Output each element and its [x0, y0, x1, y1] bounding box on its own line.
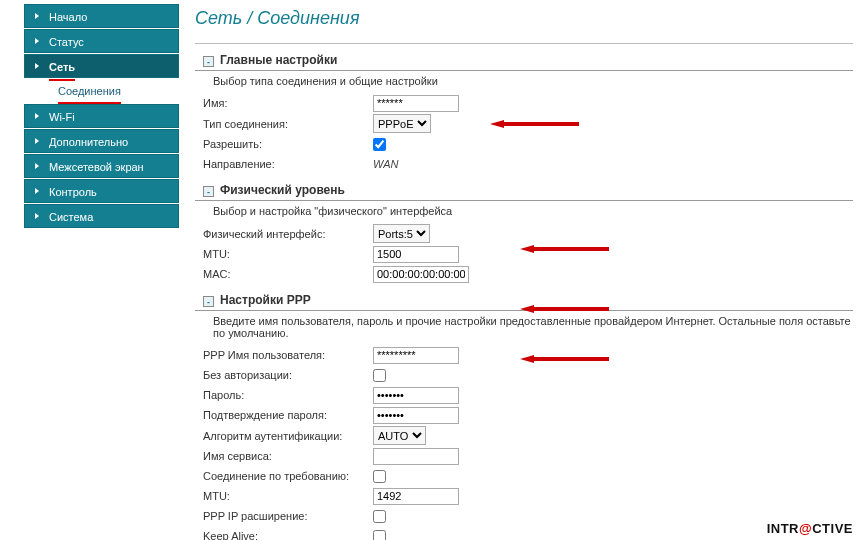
keep-label: Keep Alive:: [203, 530, 373, 540]
nav-connections[interactable]: Соединения: [24, 80, 179, 102]
name-label: Имя:: [203, 97, 373, 109]
phy-mtu-input[interactable]: [373, 246, 459, 263]
breadcrumb: Сеть / Соединения: [195, 8, 853, 29]
noauth-label: Без авторизации:: [203, 369, 373, 381]
nav-home[interactable]: Начало: [24, 4, 179, 28]
phy-mtu-label: MTU:: [203, 248, 373, 260]
arrow-shaft: [534, 307, 609, 311]
nav-control[interactable]: Контроль: [24, 179, 179, 203]
keep-checkbox[interactable]: [373, 530, 386, 541]
ondem-label: Соединение по требованию:: [203, 470, 373, 482]
ppp-mtu-label: MTU:: [203, 490, 373, 502]
nav-network[interactable]: Сеть: [24, 54, 179, 78]
minus-icon: -: [203, 186, 214, 197]
mac-label: MAC:: [203, 268, 373, 280]
section-main-header: -Главные настройки: [195, 50, 853, 71]
arrow-shaft: [534, 247, 609, 251]
pass2-label: Подтверждение пароля:: [203, 409, 373, 421]
pass-input[interactable]: [373, 387, 459, 404]
srv-label: Имя сервиса:: [203, 450, 373, 462]
chevron-right-icon: [35, 138, 39, 144]
arrow-indicator-icon: [520, 355, 534, 363]
arrow-shaft: [504, 122, 579, 126]
section-main-desc: Выбор типа соединения и общие настройки: [195, 71, 853, 93]
user-label: PPP Имя пользователя:: [203, 349, 373, 361]
ondem-checkbox[interactable]: [373, 470, 386, 483]
arrow-indicator-icon: [490, 120, 504, 128]
noauth-checkbox[interactable]: [373, 369, 386, 382]
nav-wifi[interactable]: Wi-Fi: [24, 104, 179, 128]
dir-value: WAN: [373, 158, 398, 170]
arrow-indicator-icon: [520, 245, 534, 253]
minus-icon: -: [203, 296, 214, 307]
section-phy-header: -Физический уровень: [195, 180, 853, 201]
pass2-input[interactable]: [373, 407, 459, 424]
mac-input[interactable]: [373, 266, 469, 283]
ipext-checkbox[interactable]: [373, 510, 386, 523]
chevron-right-icon: [35, 13, 39, 19]
nav-system[interactable]: Система: [24, 204, 179, 228]
chevron-right-icon: [35, 113, 39, 119]
ppp-mtu-input[interactable]: [373, 488, 459, 505]
section-phy-desc: Выбор и настройка "физического" интерфей…: [195, 201, 853, 223]
nav-firewall[interactable]: Межсетевой экран: [24, 154, 179, 178]
chevron-right-icon: [35, 63, 39, 69]
chevron-right-icon: [35, 38, 39, 44]
iface-label: Физический интерфейс:: [203, 228, 373, 240]
minus-icon: -: [203, 56, 214, 67]
user-input[interactable]: [373, 347, 459, 364]
chevron-right-icon: [35, 213, 39, 219]
chevron-right-icon: [35, 188, 39, 194]
allow-label: Разрешить:: [203, 138, 373, 150]
type-label: Тип соединения:: [203, 118, 373, 130]
content: Сеть / Соединения -Главные настройки Выб…: [195, 0, 853, 540]
type-select[interactable]: PPPoE: [373, 114, 431, 133]
ipext-label: PPP IP расширение:: [203, 510, 373, 522]
sidebar: Начало Статус Сеть Соединения Wi-Fi Допо…: [24, 4, 179, 229]
arrow-indicator-icon: [520, 305, 534, 313]
name-input[interactable]: [373, 95, 459, 112]
algo-label: Алгоритм аутентификации:: [203, 430, 373, 442]
pass-label: Пароль:: [203, 389, 373, 401]
allow-checkbox[interactable]: [373, 138, 386, 151]
srv-input[interactable]: [373, 448, 459, 465]
dir-label: Направление:: [203, 158, 373, 170]
algo-select[interactable]: AUTO: [373, 426, 426, 445]
nav-advanced[interactable]: Дополнительно: [24, 129, 179, 153]
arrow-shaft: [534, 357, 609, 361]
iface-select[interactable]: Ports:5: [373, 224, 430, 243]
nav-status[interactable]: Статус: [24, 29, 179, 53]
watermark: INTR@CTIVE: [767, 521, 853, 536]
chevron-right-icon: [35, 163, 39, 169]
section-ppp-desc: Введите имя пользователя, пароль и прочи…: [195, 311, 853, 345]
